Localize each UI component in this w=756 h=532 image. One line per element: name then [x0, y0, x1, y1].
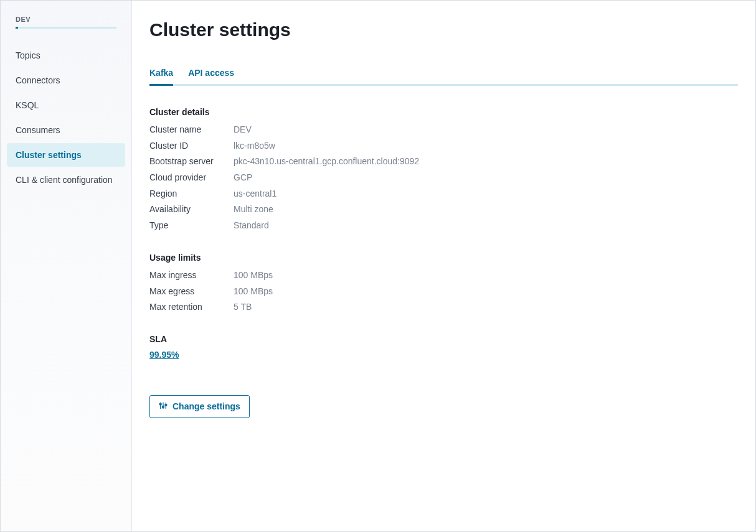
svg-rect-5 — [165, 404, 167, 406]
section-title: SLA — [149, 334, 738, 344]
sidebar-item-label: Consumers — [16, 125, 60, 135]
change-settings-button[interactable]: Change settings — [149, 395, 250, 418]
sidebar-nav: Topics Connectors KSQL Consumers Cluster… — [1, 35, 131, 199]
detail-val: GCP — [234, 171, 252, 185]
detail-val: DEV — [234, 123, 252, 137]
detail-row-cluster-id: Cluster ID lkc-m8o5w — [149, 138, 738, 154]
sidebar-item-topics[interactable]: Topics — [7, 44, 125, 67]
detail-row-type: Type Standard — [149, 218, 738, 234]
sidebar-header: DEV — [1, 1, 131, 35]
app-container: DEV Topics Connectors KSQL Consumers Clu… — [0, 0, 756, 532]
detail-key: Region — [149, 187, 234, 201]
sidebar-item-label: Connectors — [16, 75, 60, 85]
usage-val: 100 MBps — [234, 285, 273, 299]
detail-key: Cluster name — [149, 123, 234, 137]
sidebar-env-label: DEV — [16, 16, 116, 23]
section-usage-limits: Usage limits Max ingress 100 MBps Max eg… — [149, 253, 738, 315]
section-sla: SLA 99.95% — [149, 334, 738, 360]
sidebar-item-connectors[interactable]: Connectors — [7, 68, 125, 92]
svg-rect-4 — [163, 406, 164, 408]
sla-link[interactable]: 99.95% — [149, 350, 179, 360]
detail-key: Type — [149, 219, 234, 233]
sidebar: DEV Topics Connectors KSQL Consumers Clu… — [1, 1, 132, 531]
section-title: Cluster details — [149, 107, 738, 117]
detail-key: Cloud provider — [149, 171, 234, 185]
sidebar-item-consumers[interactable]: Consumers — [7, 118, 125, 142]
sidebar-item-label: CLI & client configuration — [16, 175, 113, 185]
svg-rect-3 — [159, 403, 161, 404]
sidebar-item-label: Cluster settings — [16, 150, 82, 160]
detail-row-cloud-provider: Cloud provider GCP — [149, 170, 738, 186]
detail-val: lkc-m8o5w — [234, 139, 275, 153]
sidebar-item-cli-config[interactable]: CLI & client configuration — [7, 168, 125, 192]
section-cluster-details: Cluster details Cluster name DEV Cluster… — [149, 107, 738, 234]
usage-key: Max egress — [149, 285, 234, 299]
detail-row-bootstrap-server: Bootstrap server pkc-43n10.us-central1.g… — [149, 154, 738, 170]
usage-key: Max ingress — [149, 269, 234, 282]
sidebar-item-label: KSQL — [16, 100, 39, 110]
sidebar-underline — [16, 27, 116, 29]
tabs: Kafka API access — [149, 68, 738, 86]
detail-val: Standard — [234, 219, 269, 233]
tab-kafka[interactable]: Kafka — [149, 68, 173, 86]
detail-row-availability: Availability Multi zone — [149, 202, 738, 218]
detail-key: Cluster ID — [149, 139, 234, 153]
usage-row-max-ingress: Max ingress 100 MBps — [149, 268, 738, 284]
detail-key: Availability — [149, 203, 234, 217]
sidebar-item-cluster-settings[interactable]: Cluster settings — [7, 143, 125, 167]
detail-val: Multi zone — [234, 203, 273, 217]
usage-key: Max retention — [149, 301, 234, 314]
sidebar-item-label: Topics — [16, 50, 40, 60]
tab-label: API access — [188, 68, 234, 78]
detail-row-region: Region us-central1 — [149, 186, 738, 202]
tab-label: Kafka — [149, 68, 173, 78]
main-content: Cluster settings Kafka API access Cluste… — [132, 1, 755, 531]
page-title: Cluster settings — [149, 19, 738, 40]
tab-api-access[interactable]: API access — [188, 68, 234, 86]
detail-val: us-central1 — [234, 187, 276, 201]
detail-val: pkc-43n10.us-central1.gcp.confluent.clou… — [234, 155, 419, 169]
section-title: Usage limits — [149, 253, 738, 263]
detail-key: Bootstrap server — [149, 155, 234, 169]
usage-row-max-retention: Max retention 5 TB — [149, 299, 738, 315]
usage-row-max-egress: Max egress 100 MBps — [149, 284, 738, 300]
usage-val: 5 TB — [234, 301, 252, 314]
usage-val: 100 MBps — [234, 269, 273, 282]
detail-row-cluster-name: Cluster name DEV — [149, 122, 738, 138]
sidebar-item-ksql[interactable]: KSQL — [7, 93, 125, 117]
sliders-icon — [159, 401, 168, 412]
change-settings-label: Change settings — [172, 401, 240, 411]
